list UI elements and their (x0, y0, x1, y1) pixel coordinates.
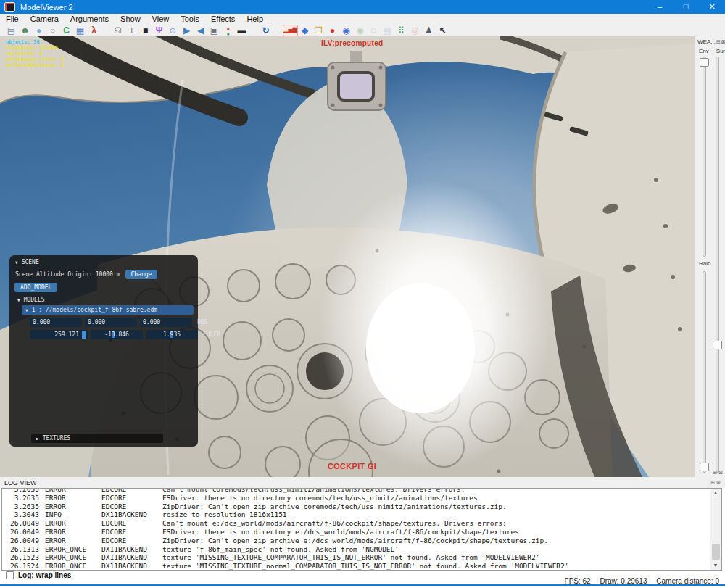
open-model-icon[interactable]: ▤ (4, 25, 18, 36)
menu-item-show[interactable]: Show (115, 14, 146, 24)
sphere-red-icon[interactable]: ● (326, 25, 339, 36)
rain-slider-handle[interactable] (700, 463, 709, 471)
grid-dim-icon[interactable]: ▦ (381, 25, 394, 36)
bust-icon[interactable]: ♟ (422, 25, 436, 36)
window-controls: – □ ✕ (647, 0, 725, 14)
light-probe-icon[interactable]: ☊ (111, 25, 125, 36)
close-icon[interactable]: ⊠ (721, 39, 725, 45)
black-square-icon[interactable]: ■ (138, 25, 152, 36)
render-stats: objects: 56 triangles: 153169 instances:… (6, 39, 64, 68)
collapse-triangle-icon: ▼ (15, 260, 18, 265)
refresh-icon[interactable]: C (59, 25, 73, 36)
textures-section-header[interactable]: ▶TEXTURES (31, 434, 163, 443)
log-view-header: LOG VIEW ⊞ ⊠ (0, 477, 725, 488)
sphere-shaded-icon[interactable]: ◉ (339, 25, 353, 36)
rotate-camera-icon[interactable]: ↻ (259, 25, 273, 36)
euler-z-value: 1. (163, 331, 170, 338)
traffic-light-icon[interactable]: ● (221, 25, 235, 36)
stat-triangles: triangles: 153169 (6, 45, 64, 51)
rain-slider-track[interactable] (703, 271, 706, 473)
scrollbar-thumb[interactable] (712, 544, 720, 560)
app-icon (4, 2, 15, 12)
log-scrollbar[interactable]: ▲ ▼ (710, 489, 721, 570)
menu-item-view[interactable]: View (146, 14, 175, 24)
target-dim-icon[interactable]: ◎ (408, 25, 422, 36)
menu-item-camera[interactable]: Camera (25, 14, 65, 24)
collapsed-triangle-icon: ▶ (36, 436, 39, 441)
figure-dim-icon[interactable]: ☺ (367, 25, 381, 36)
env-slider-handle[interactable] (700, 58, 709, 67)
minimize-button[interactable]: – (647, 0, 673, 14)
field-cursor (82, 331, 86, 339)
scroll-up-icon[interactable]: ▲ (710, 489, 721, 497)
scroll-down-icon[interactable]: ▼ (710, 561, 721, 570)
viewport-3d[interactable]: objects: 56 triangles: 153169 instances:… (0, 36, 695, 477)
sphere-blue-icon[interactable]: ● (32, 25, 46, 36)
log-line: 3.3043INFODX11BACKENDresize to resolutio… (6, 510, 709, 519)
change-altitude-button[interactable]: Change (125, 270, 158, 279)
menu-item-file[interactable]: File (0, 14, 25, 24)
pos-z-field[interactable]: 0.000 (140, 318, 192, 327)
log-line: 26.0049ERROREDCOREZipDriver: Can't open … (6, 537, 709, 545)
close-button[interactable]: ✕ (699, 0, 725, 14)
run-animation-icon[interactable]: λ (87, 25, 101, 36)
scene-panel-header[interactable]: ▼SCENE (14, 258, 194, 269)
texture-view-icon[interactable]: ▦ (73, 25, 87, 36)
menu-item-arguments[interactable]: Arguments (65, 14, 115, 24)
menu-item-effects[interactable]: Effects (205, 14, 241, 24)
collapse-triangle-icon: ▼ (17, 297, 20, 302)
crosshair-icon[interactable]: ✛ (125, 25, 138, 36)
pos-y-field[interactable]: 0.000 (85, 318, 137, 327)
frame-capture-icon[interactable]: ▣ (207, 25, 221, 36)
menu-item-tools[interactable]: Tools (175, 14, 205, 24)
letterbox-icon[interactable]: ▬ (235, 25, 249, 36)
dot-grid-icon[interactable]: ⠿ (394, 25, 408, 36)
menu-item-help[interactable]: Help (241, 14, 269, 24)
user-camera-icon[interactable]: ☻ (18, 25, 32, 36)
log-line: 3.2635ERROREDCOREFSDriver: there is no d… (6, 494, 709, 502)
log-output[interactable]: 3.2635ERROREDCORECan't mount coremods/te… (1, 488, 722, 571)
stat-instances: instances: 0 (6, 51, 64, 57)
sphere-outline-icon[interactable]: ○ (46, 25, 59, 36)
walk-figure-icon[interactable]: ☺ (166, 25, 180, 36)
log-lines: 3.2635ERROREDCORECan't mount coremods/te… (6, 488, 709, 571)
dock-icon[interactable]: ⊞ (716, 39, 721, 45)
euler-y-field[interactable]: -13.846 (91, 330, 143, 339)
funnel-icon[interactable]: Ψ (152, 25, 166, 36)
env-slider-track[interactable] (703, 57, 706, 257)
dock-icon[interactable]: ⊞ (713, 470, 717, 475)
sun-slider-handle[interactable] (713, 341, 722, 349)
euler-z-field[interactable]: 1.935 (146, 330, 198, 339)
sphere-green-icon[interactable]: ◉ (353, 25, 367, 36)
scene-panel-title: SCENE (22, 259, 39, 265)
dock-icon[interactable]: ⊞ (710, 480, 715, 486)
close-icon[interactable]: ⊠ (716, 480, 721, 486)
play-back-icon[interactable]: ◀ (194, 25, 207, 36)
model-path-label: 1 : //models/cockpit_f-86f sabre.edm (32, 307, 157, 313)
title-bar[interactable]: ModelViewer 2 – □ ✕ (0, 0, 725, 14)
maximize-button[interactable]: □ (673, 0, 699, 14)
model-tree-item[interactable]: ▼1 : //models/cockpit_f-86f sabre.edm (22, 305, 194, 315)
weather-panel: WEA... ⊞ ⊠ Env Sun Rain ⊞ ⊠ (695, 36, 725, 477)
diamond-icon[interactable]: ◆ (298, 25, 312, 36)
euler-y-value: -1 (104, 331, 112, 338)
pick-arrow-icon[interactable]: ↖ (436, 25, 450, 36)
log-line: 26.1313ERROR_ONCEDX11BACKENDtexture 'f-8… (6, 545, 709, 554)
pos-label: POS (197, 319, 207, 326)
models-tree-header[interactable]: ▼MODELS (14, 295, 194, 305)
log-line: 26.0049ERROREDCOREFSDriver: there is no … (6, 528, 709, 537)
add-model-button[interactable]: ADD_MODEL (14, 283, 57, 292)
sun-slider-track[interactable] (716, 57, 719, 473)
textures-label: TEXTURES (43, 435, 71, 442)
euler-x-field[interactable]: 259.121 (30, 330, 88, 339)
close-icon[interactable]: ⊠ (718, 470, 723, 475)
altitude-origin-label: Scene Altitude Origin: 10000 m (15, 271, 120, 278)
status-bar: FPS: 62 Draw: 0.29613 Camera distance: 0 (0, 577, 719, 584)
play-forward-icon[interactable]: ▶ (180, 25, 194, 36)
bar-chart-icon[interactable]: ▂▅▇ (283, 25, 298, 36)
menu-bar: File Camera Arguments Show View Tools Ef… (0, 14, 725, 24)
pos-x-field[interactable]: 0.000 (30, 318, 82, 327)
euler-row: 259.121 -13.846 1.935 EULER (30, 330, 194, 339)
copy-stack-icon[interactable]: ❐ (312, 25, 326, 36)
window-title: ModelViewer 2 (20, 3, 73, 12)
